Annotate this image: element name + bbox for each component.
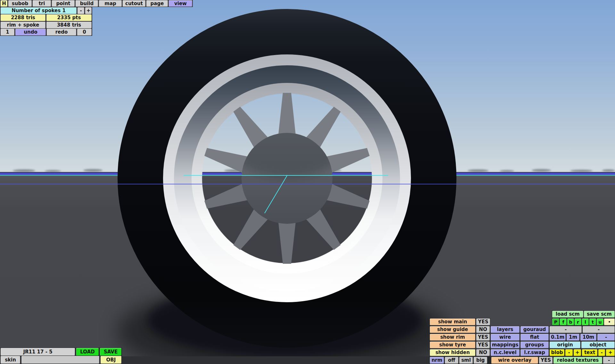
nrm-button[interactable]: nrm: [430, 357, 444, 364]
text-plus-button[interactable]: +: [606, 349, 615, 356]
skin-button[interactable]: skin: [1, 356, 20, 364]
show-hidden-button[interactable]: show hidden: [430, 349, 475, 356]
show-guide-button[interactable]: show guide: [430, 326, 475, 333]
lr-swap-button[interactable]: l.r.swap: [521, 349, 549, 356]
letter-p-button[interactable]: P: [552, 319, 559, 325]
tab-subob[interactable]: subob: [8, 0, 32, 7]
reload-minus-button[interactable]: -: [603, 357, 615, 364]
mappings-button[interactable]: mappings: [491, 342, 520, 348]
load-button[interactable]: LOAD: [76, 348, 99, 356]
letter-row: P f b r l t u •: [552, 318, 615, 326]
gouraud-button[interactable]: gouraud: [521, 326, 549, 333]
spoke-tool-panel: Number of spokes 1 - + 2288 tris 2335 pt…: [0, 7, 92, 36]
tab-map[interactable]: map: [99, 0, 122, 7]
blob-button[interactable]: blob: [550, 349, 564, 356]
show-rim-row: show rim YES wire flat 0.1m 1m 10m -: [430, 334, 615, 341]
tab-tri[interactable]: tri: [33, 0, 51, 7]
tab-page[interactable]: page: [146, 0, 168, 7]
show-guide-row: show guide NO layers gouraud - -: [430, 326, 615, 333]
blob-plus-button[interactable]: +: [574, 349, 581, 356]
show-main-value[interactable]: YES: [476, 319, 490, 325]
menu-bar: H subob tri point build map cutout page …: [0, 0, 193, 7]
nrm-big-button[interactable]: big: [474, 357, 487, 364]
grid-1m-button[interactable]: 1m: [567, 334, 579, 341]
text-button[interactable]: text: [582, 349, 597, 356]
tab-cutout[interactable]: cutout: [123, 0, 145, 7]
tab-point[interactable]: point: [52, 0, 75, 7]
origin-button[interactable]: origin: [550, 342, 580, 348]
tab-view[interactable]: view: [169, 0, 192, 7]
nrm-sml-button[interactable]: sml: [459, 357, 473, 364]
number-of-spokes-label[interactable]: Number of spokes 1: [1, 7, 77, 14]
file-panel: JR11 17 - 5 LOAD SAVE skin OBJ: [0, 348, 122, 364]
letter-l-button[interactable]: l: [582, 319, 589, 325]
app-window: H subob tri point build map cutout page …: [0, 0, 615, 364]
model-name[interactable]: JR11 17 - 5: [1, 348, 75, 356]
grid-minus-button[interactable]: -: [597, 334, 615, 341]
show-hidden-value[interactable]: NO: [476, 349, 490, 356]
grid-0.1m-button[interactable]: 0.1m: [550, 334, 566, 341]
redo-button[interactable]: redo: [47, 29, 76, 36]
show-guide-value[interactable]: NO: [476, 326, 490, 333]
reload-textures-button[interactable]: reload textures: [554, 357, 602, 364]
wire-overlay-value[interactable]: YES: [539, 357, 553, 364]
total-tris-count: 3848 tris: [46, 22, 92, 28]
letter-r-button[interactable]: r: [575, 319, 581, 325]
object-button[interactable]: object: [581, 342, 615, 348]
skin-name-field[interactable]: [21, 356, 99, 364]
obj-button[interactable]: OBJ: [101, 356, 121, 364]
scm-row: load scm save scm: [552, 311, 615, 318]
tab-build[interactable]: build: [76, 0, 98, 7]
flat-button[interactable]: flat: [521, 334, 549, 341]
blob-minus-button[interactable]: -: [565, 349, 573, 356]
show-rim-button[interactable]: show rim: [430, 334, 475, 341]
redo-count: 0: [77, 29, 92, 36]
tris-count: 2288 tris: [1, 14, 45, 21]
wire-overlay-button[interactable]: wire overlay: [491, 357, 538, 364]
undo-count: 1: [1, 29, 14, 36]
dot-button[interactable]: •: [604, 319, 615, 325]
show-tyre-value[interactable]: YES: [476, 342, 490, 348]
nrm-off-button[interactable]: off: [445, 357, 458, 364]
undo-button[interactable]: undo: [15, 29, 46, 36]
save-button[interactable]: SAVE: [100, 348, 121, 356]
mode-label[interactable]: rim + spoke: [1, 22, 45, 28]
letter-f-button[interactable]: f: [560, 319, 567, 325]
show-rim-value[interactable]: YES: [476, 334, 490, 341]
wire-button[interactable]: wire: [491, 334, 520, 341]
spokes-minus-button[interactable]: -: [78, 7, 84, 14]
groups-button[interactable]: groups: [521, 342, 549, 348]
layers-button[interactable]: layers: [491, 326, 520, 333]
show-tyre-row: show tyre YES mappings groups origin obj…: [430, 341, 615, 349]
grid-10m-button[interactable]: 10m: [580, 334, 596, 341]
letter-t-button[interactable]: t: [589, 319, 596, 325]
tab-h[interactable]: H: [1, 0, 7, 7]
letter-b-button[interactable]: b: [567, 319, 574, 325]
nc-level-button[interactable]: n.c.level: [491, 349, 520, 356]
save-scm-button[interactable]: save scm: [584, 311, 615, 318]
pts-count: 2335 pts: [46, 14, 92, 21]
show-main-button[interactable]: show main: [430, 319, 475, 325]
spoke-angle-guide: [0, 0, 615, 364]
spokes-plus-button[interactable]: +: [85, 7, 92, 14]
show-hidden-row: show hidden NO n.c.level l.r.swap blob -…: [430, 349, 615, 356]
text-minus-button[interactable]: -: [598, 349, 605, 356]
show-tyre-button[interactable]: show tyre: [430, 342, 475, 348]
layers-minus-button[interactable]: -: [550, 326, 582, 333]
letter-u-button[interactable]: u: [597, 319, 603, 325]
normals-row: nrm off sml big wire overlay YES reload …: [430, 357, 615, 364]
load-scm-button[interactable]: load scm: [552, 311, 583, 318]
show-main-row: show main YES: [430, 318, 490, 326]
gouraud-minus-button[interactable]: -: [583, 326, 615, 333]
